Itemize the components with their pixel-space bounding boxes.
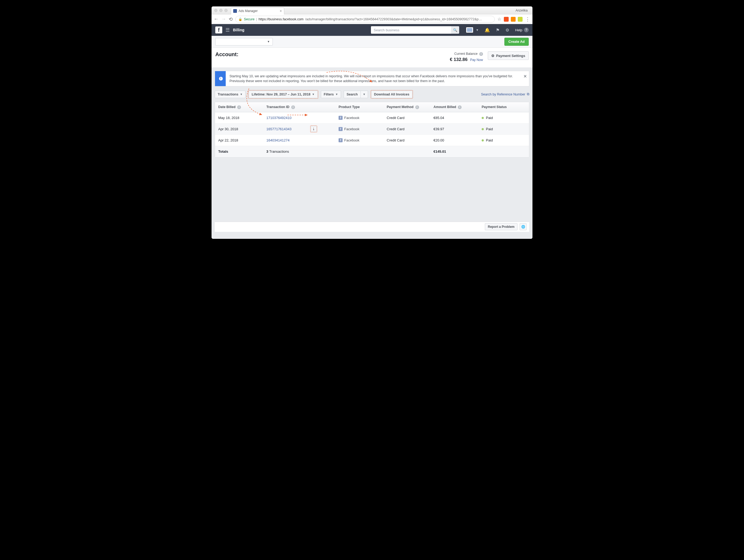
tab-title: Ads Manager <box>238 9 258 13</box>
browser-tab[interactable]: Ads Manager × <box>231 7 284 14</box>
status-dot-icon <box>482 139 484 142</box>
cell-amount: €20.00 <box>434 138 482 142</box>
col-product: Product Type <box>339 105 360 109</box>
table-row[interactable]: May 18, 20181710376492410fFacebookCredit… <box>215 112 529 123</box>
fb-topbar: f ☰ Billing 🔍 ▼ 🔔 ⚑ ⚙ Help ? <box>212 24 532 36</box>
col-method: Payment Method <box>387 105 413 109</box>
chevron-down-icon: ▼ <box>312 93 315 96</box>
status-dot-icon <box>482 128 484 130</box>
balance-amount: € 132.86 <box>450 57 468 62</box>
cell-status: Paid <box>482 116 526 120</box>
maximize-window[interactable] <box>224 9 228 12</box>
annotation-date-range: Lifetime: Nov 29, 2017 – Jun 11, 2018 ▼ <box>248 90 318 99</box>
forward-button[interactable]: → <box>221 16 226 22</box>
info-icon: i <box>219 77 223 80</box>
globe-button[interactable]: 🌐 <box>520 223 527 230</box>
pay-now-link[interactable]: Pay Now <box>470 58 483 62</box>
facebook-logo[interactable]: f <box>215 27 222 33</box>
cell-status: Paid <box>482 138 526 142</box>
back-button[interactable]: ← <box>214 16 219 22</box>
chevron-down-icon: ▼ <box>335 93 338 96</box>
download-invoice-button[interactable]: ⭳ <box>311 126 317 132</box>
date-range-dropdown[interactable]: Lifetime: Nov 29, 2017 – Jun 11, 2018 ▼ <box>249 91 318 98</box>
facebook-product-icon: f <box>339 127 343 131</box>
transaction-id-link[interactable]: 164034141274 <box>266 138 290 142</box>
totals-label: Totals <box>218 149 266 153</box>
chevron-down-icon: ▼ <box>267 40 270 43</box>
transaction-id-link[interactable]: 1657717614343 <box>266 127 292 131</box>
help-label: Help <box>515 28 522 32</box>
search-button[interactable]: Search <box>344 91 361 98</box>
cell-method: Credit Card <box>387 138 434 142</box>
info-icon[interactable]: i <box>291 105 295 109</box>
extension-icon[interactable] <box>518 17 523 22</box>
create-ad-button[interactable]: Create Ad <box>505 38 529 46</box>
extension-icon[interactable] <box>504 17 509 22</box>
info-icon[interactable]: i <box>479 52 483 56</box>
extension-icon[interactable] <box>511 17 516 22</box>
date-range-label: Lifetime: Nov 29, 2017 – Jun 11, 2018 <box>252 92 310 96</box>
browser-menu-icon[interactable]: ⋮ <box>525 16 530 22</box>
transactions-table: Date Billed i Transaction ID i Product T… <box>215 102 529 157</box>
cell-product: fFacebook <box>339 116 387 120</box>
hamburger-icon[interactable]: ☰ <box>225 27 230 33</box>
cell-product: fFacebook <box>339 127 387 131</box>
search-by-reference-link[interactable]: Search by Reference Number ⧉ <box>481 92 529 96</box>
report-problem-button[interactable]: Report a Problem <box>485 223 518 230</box>
search-input[interactable] <box>371 26 451 34</box>
content-area: i Starting May 10, we are updating what … <box>212 68 532 239</box>
cell-amount: €39.97 <box>434 127 482 131</box>
reload-button[interactable]: ⟲ <box>229 16 233 22</box>
window-titlebar: Ads Manager × Anzelika <box>212 6 532 14</box>
payment-settings-label: Payment Settings <box>496 54 525 58</box>
search-button[interactable]: 🔍 <box>451 26 459 34</box>
settings-gear-icon[interactable]: ⚙ <box>506 28 509 33</box>
help-menu[interactable]: Help ? <box>515 28 529 32</box>
col-txid: Transaction ID <box>266 105 289 109</box>
extension-icons <box>504 17 523 22</box>
download-icon: ⭳ <box>312 127 315 131</box>
browser-profile[interactable]: Anzelika <box>516 8 530 12</box>
help-icon: ? <box>524 28 529 32</box>
minimize-window[interactable] <box>219 9 223 12</box>
info-banner-text: Starting May 10, we are updating what im… <box>226 71 521 86</box>
ref-search-label: Search by Reference Number <box>481 92 525 96</box>
info-icon[interactable]: i <box>237 105 241 109</box>
flag-icon[interactable]: ⚑ <box>496 28 499 33</box>
transactions-dropdown[interactable]: Transactions ▼ <box>215 91 246 98</box>
bookmark-star-icon[interactable]: ☆ <box>497 16 501 22</box>
transaction-id-link[interactable]: 1710376492410 <box>266 116 292 120</box>
info-banner-close[interactable]: ✕ <box>521 71 529 86</box>
filters-label: Filters <box>324 92 334 96</box>
cell-status: Paid <box>482 127 526 131</box>
facebook-product-icon: f <box>339 138 343 142</box>
totals-suffix: Transactions <box>269 149 289 153</box>
account-dropdown[interactable]: ▼ <box>215 38 273 45</box>
notifications-icon[interactable]: 🔔 <box>485 28 490 33</box>
col-status: Payment Status <box>482 105 507 109</box>
cell-amount: €85.04 <box>434 116 482 120</box>
search-dropdown[interactable]: ▼ <box>361 91 368 98</box>
globe-icon: 🌐 <box>521 225 525 229</box>
close-window[interactable] <box>214 9 217 12</box>
info-icon[interactable]: i <box>458 105 461 109</box>
info-icon[interactable]: i <box>415 105 419 109</box>
gear-icon: ⚙ <box>491 54 494 58</box>
download-all-invoices-button[interactable]: Download All Invoices <box>371 91 412 98</box>
cell-date: Apr 22, 2018 <box>218 138 266 142</box>
balance-label: Current Balance <box>454 52 478 55</box>
tab-close-icon[interactable]: × <box>280 9 282 13</box>
table-row[interactable]: Apr 30, 20181657717614343⭳fFacebookCredi… <box>215 123 529 135</box>
download-all-label: Download All Invoices <box>374 92 409 96</box>
address-bar[interactable]: 🔒 Secure | https://business.facebook.com… <box>235 16 495 23</box>
table-row[interactable]: Apr 22, 2018164034141274fFacebookCredit … <box>215 135 529 146</box>
chevron-down-icon[interactable]: ▼ <box>476 28 479 32</box>
status-dot-icon <box>482 117 484 119</box>
address-bar-row: ← → ⟲ 🔒 Secure | https://business.facebo… <box>212 14 532 24</box>
business-switcher-icon[interactable] <box>466 27 473 33</box>
annotation-download-icon: ⭳ <box>310 125 317 133</box>
payment-settings-button[interactable]: ⚙ Payment Settings <box>488 51 529 60</box>
account-header: Account: Current Balance i € 132.86 Pay … <box>212 48 532 68</box>
filters-dropdown[interactable]: Filters ▼ <box>321 91 341 98</box>
facebook-product-icon: f <box>339 116 343 120</box>
